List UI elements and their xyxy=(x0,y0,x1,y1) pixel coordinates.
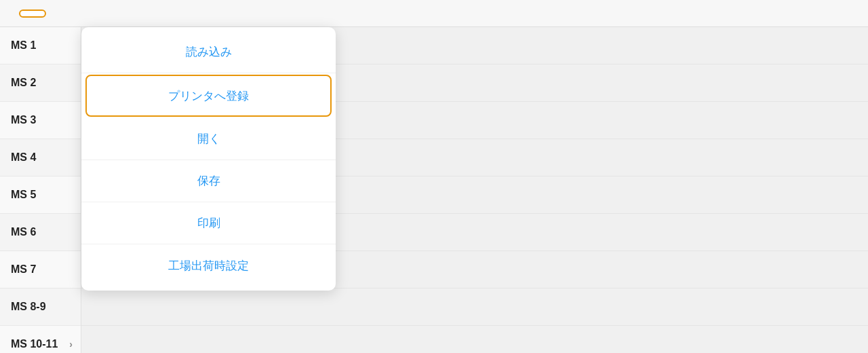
ms-row-ms6: MS 6 xyxy=(0,214,81,251)
menu-item-label-save: 保存 xyxy=(197,173,220,189)
ms-row-ms10: MS 10-11› xyxy=(0,326,81,353)
menu-item-factory[interactable]: 工場出荷時設定 xyxy=(81,244,336,286)
ms-label: MS 10-11 xyxy=(11,338,58,350)
menu-item-label-read: 読み込み xyxy=(186,44,232,60)
ms-row-ms5: MS 5 xyxy=(0,176,81,214)
content-row xyxy=(81,289,868,326)
ms-row-ms2: MS 2 xyxy=(0,64,81,102)
ms-row-ms4: MS 4 xyxy=(0,139,81,176)
menu-item-open[interactable]: 開く xyxy=(81,118,336,160)
ms-row-ms1: MS 1 xyxy=(0,27,81,64)
menu-item-label-register: プリンタへ登録 xyxy=(168,88,249,104)
menu-item-label-print: 印刷 xyxy=(197,215,220,231)
main-area: MS 1MS 2MS 3MS 4MS 5MS 6MS 7MS 8-9MS 10-… xyxy=(0,27,868,353)
menu-item-print[interactable]: 印刷 xyxy=(81,202,336,244)
ms-row-ms3: MS 3 xyxy=(0,102,81,139)
ms-row-ms7: MS 7 xyxy=(0,251,81,289)
content-area: 読み込みプリンタへ登録開く保存印刷工場出荷時設定 xyxy=(81,27,868,353)
ms-row-ms8: MS 8-9 xyxy=(0,289,81,326)
header-bar xyxy=(0,0,868,27)
menu-item-register[interactable]: プリンタへ登録 xyxy=(85,75,332,117)
menu-item-label-factory: 工場出荷時設定 xyxy=(168,258,249,274)
menu-item-label-open: 開く xyxy=(197,131,220,147)
menu-item-read[interactable]: 読み込み xyxy=(81,31,336,73)
menu-button[interactable] xyxy=(19,10,46,18)
menu-item-save[interactable]: 保存 xyxy=(81,160,336,202)
ms-list: MS 1MS 2MS 3MS 4MS 5MS 6MS 7MS 8-9MS 10-… xyxy=(0,27,81,353)
chevron-right-icon: › xyxy=(69,339,73,350)
dropdown-menu: 読み込みプリンタへ登録開く保存印刷工場出荷時設定 xyxy=(81,27,336,291)
